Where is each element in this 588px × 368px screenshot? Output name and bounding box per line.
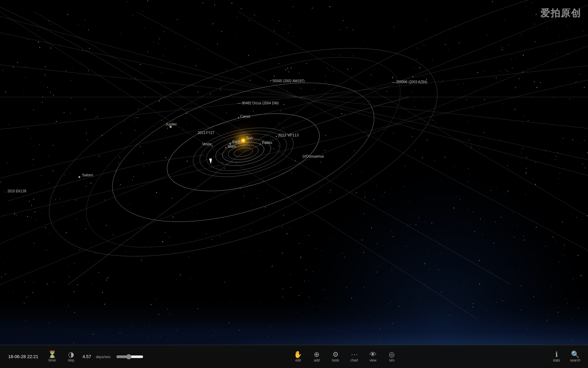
step-label: step (68, 359, 74, 362)
vesta-dot (212, 146, 213, 147)
jupiter-dot (170, 126, 172, 128)
toolbar: 18-06-28 22:21 ⏳ timer ◑ step 4.57 days/… (0, 345, 588, 368)
earth-dot (230, 143, 231, 145)
sun-glow (241, 138, 246, 143)
timer-label: timer (49, 359, 56, 362)
edit-icon: ✋ (294, 351, 302, 358)
55565-dot (270, 80, 272, 81)
stats-label: stats (553, 359, 560, 362)
sim-label: sim (389, 359, 394, 362)
view-button[interactable]: 👁 view (363, 350, 382, 364)
tools-label: tools (332, 359, 339, 362)
speed-slider-container (113, 354, 146, 359)
chart-icon: ⋯ (351, 351, 358, 358)
chart-button[interactable]: ⋯ chart (345, 350, 363, 364)
sim-button[interactable]: ◎ sim (382, 350, 401, 364)
tools-button[interactable]: ⚙ tools (326, 350, 345, 364)
view-label: view (370, 359, 376, 362)
time-display: 18-06-28 22:21 (3, 354, 43, 359)
step-icon: ◑ (68, 351, 74, 358)
search-button[interactable]: 🔍 search (566, 350, 585, 364)
saturn-dot (79, 176, 80, 178)
tools-icon: ⚙ (332, 351, 339, 358)
2012vp113-dot (276, 136, 277, 137)
edit-label: edit (295, 359, 301, 362)
add-icon: ⊕ (314, 351, 320, 358)
chart-label: chart (351, 359, 358, 362)
search-icon: 🔍 (571, 351, 579, 358)
speed-unit-label: days/sec (93, 355, 113, 359)
stats-button[interactable]: ℹ stats (547, 350, 566, 364)
ceres-dot (238, 117, 239, 118)
step-button[interactable]: ◑ step (62, 350, 80, 364)
add-button[interactable]: ⊕ add (307, 350, 326, 364)
sim-icon: ◎ (389, 351, 394, 358)
speed-slider[interactable] (116, 354, 143, 359)
stats-icon: ℹ (555, 351, 558, 358)
toolbar-right: ℹ stats 🔍 search (544, 350, 585, 364)
timer-button[interactable]: ⏳ timer (43, 350, 62, 364)
toolbar-center: ✋ edit ⊕ add ⚙ tools ⋯ chart 👁 view ◎ si… (146, 350, 544, 364)
timer-icon: ⏳ (48, 351, 57, 358)
add-label: add (314, 359, 320, 362)
search-label: search (570, 359, 580, 362)
pallas-dot (260, 144, 261, 145)
mars-dot (225, 147, 227, 148)
edit-button[interactable]: ✋ edit (289, 350, 307, 364)
view-icon: 👁 (370, 351, 376, 358)
speed-value: 4.57 (80, 354, 93, 359)
